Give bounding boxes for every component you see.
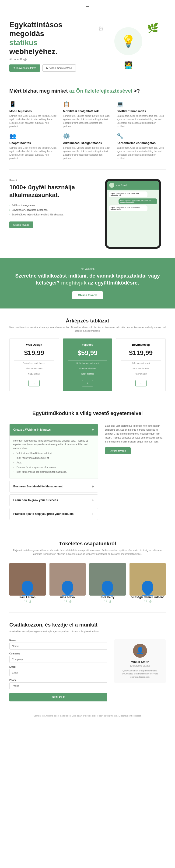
cta-button[interactable]: Olvass tovább (72, 291, 103, 299)
universities-section: Együttműködünk a világ vezető egyetemeiv… (0, 401, 175, 531)
person-silhouette-icon: 👤 (57, 582, 78, 596)
hero-title: Egykattintásos megoldás statikus webhely… (9, 20, 91, 56)
accordion-item: Create a Webinar in Minutes + Incordum v… (9, 424, 98, 479)
feature-card: 💻 Szoftver tanácsadás Sample text. Click… (117, 101, 166, 128)
primary-cta-button[interactable]: ⬆ Ingyenes feltöltés (9, 64, 40, 72)
pricing-select-button[interactable]: + (28, 380, 40, 386)
pricing-feature: Offers modul-nevei (121, 360, 161, 366)
phone-input[interactable] (9, 682, 107, 689)
instagram-icon[interactable]: ◎ (109, 600, 111, 603)
contact-person-card: 👤 Mikkel Smith Értékesítési vezető Quis … (114, 639, 166, 702)
instagram-icon[interactable]: ◎ (29, 600, 31, 603)
twitter-icon[interactable]: t (26, 600, 27, 603)
contact-person-name: Mikkel Smith (119, 660, 161, 663)
team-card: 👤 feleségül venni Hudsont f t ◎ (129, 563, 166, 603)
submit-button[interactable]: BYALOLE (9, 693, 107, 702)
feature-title: Szoftver tanácsadás (117, 110, 166, 113)
pricing-subtitle: Nam condimentum nequitur aliquam posuam … (9, 326, 166, 333)
company-field: Company (9, 652, 107, 663)
feature-icon: 📱 (9, 101, 58, 107)
cta-title: Szeretne vállalkozást indítani, de vanna… (9, 272, 166, 287)
twitter-icon[interactable]: t (146, 600, 147, 603)
team-card: 👤 Nick Perry f t ◎ (90, 563, 126, 603)
instagram-icon[interactable]: ◎ (149, 600, 151, 603)
about-read-more-button[interactable]: Olvass tovább (9, 221, 33, 228)
about-list: Értékes és rugalmasEgyszerűen, átlátható… (9, 203, 98, 217)
accordion-header[interactable]: Create a Webinar in Minutes + (9, 424, 98, 435)
contact-section: Csatlakozzon, és kezdje el a munkát Amet… (0, 613, 175, 711)
accordion-header[interactable]: Business Sustainability Management + (9, 481, 98, 492)
person-icon: 🧑‍💻 (124, 61, 133, 69)
pricing-feature: Szükséges modul-nevei (14, 360, 54, 366)
feature-title: Alkalmazási szolgáltatások (63, 141, 112, 145)
contact-card: 👤 Mikkel Smith Értékesítési vezető Quis … (114, 639, 166, 683)
team-card: 👤 Paul Larson f t ◎ (9, 563, 46, 603)
feature-card: 📋 Mobilitási szolgáltatások Sample text.… (63, 101, 112, 128)
about-label: Rólunk (9, 179, 98, 182)
pricing-select-button[interactable]: + (135, 380, 147, 386)
contact-form: Name Company Email Phone BYALOLE (9, 639, 107, 702)
feature-text: Sample text. Click to select the text bo… (9, 114, 58, 128)
feature-icon: ⚙️ (63, 133, 112, 140)
pricing-feature: Nagy átlátást (68, 371, 107, 376)
footer-text: Sample Text. Click to select the text bo… (9, 715, 166, 717)
feature-text: Sample text. Click to select the text bo… (117, 146, 166, 160)
phone-field: Phone (9, 679, 107, 689)
about-section: Rólunk 1000+ ügyfél használja alkalmazás… (0, 169, 175, 258)
team-photo: 👤 (49, 563, 86, 596)
accordion-header[interactable]: Practical tips to help you price your pr… (9, 508, 98, 520)
chat-bubble: Lorem ipsum dolor sit amet, Excepteur si… (119, 198, 157, 204)
email-input[interactable] (9, 669, 107, 676)
email-field: Email (9, 665, 107, 676)
team-socials: f t ◎ (9, 600, 46, 603)
feature-icon: 📋 (63, 101, 112, 107)
secondary-cta-button[interactable]: ▶ Videó megtekintése (43, 64, 76, 72)
chat-bubble: Lorem ipsum dolor sit amet consectetur a… (109, 191, 148, 197)
accordion-item: Practical tips to help you price your pr… (9, 508, 98, 520)
facebook-icon[interactable]: f (104, 600, 104, 603)
contact-subtitle: Amet tellus vius adipiscing enim eu turp… (9, 630, 166, 633)
pricing-card: Web Design $19,99 Szükséges modul-neveiS… (9, 338, 59, 391)
pricing-title: Árképzés táblázat (9, 318, 166, 324)
pricing-select-button[interactable]: + (82, 380, 93, 386)
pricing-feature: Sima természetes (14, 366, 54, 371)
uni-read-more-button[interactable]: Olvass tovább (105, 447, 131, 454)
hero-content: Egykattintásos megoldás statikus webhely… (9, 20, 91, 72)
plant-icon: 🌿 (147, 23, 159, 33)
phone-mockup: Your Friend Lorem ipsum dolor sit amet c… (105, 179, 161, 249)
contact-avatar: 👤 (133, 644, 147, 658)
hamburger-icon[interactable]: ☰ (85, 3, 90, 8)
accordion-header[interactable]: Learn how to grow your business + (9, 495, 98, 506)
team-title: Tökéletes csapatunkról (9, 541, 166, 547)
person-silhouette-icon: 👤 (138, 582, 158, 596)
feature-text: Sample text. Click to select the text bo… (63, 146, 112, 160)
instagram-icon[interactable]: ◎ (69, 600, 71, 603)
bulb-icon: 💡 (114, 27, 142, 55)
facebook-icon[interactable]: f (64, 600, 65, 603)
play-icon: ▶ (46, 66, 48, 69)
pricing-card: Bővíthetőség $119,99 Offers modul-neveiS… (116, 338, 166, 391)
accordion-title: Learn how to grow your business (13, 499, 58, 502)
feature-title: Mobilitási szolgáltatások (63, 110, 112, 113)
pricing-section: Árképzés táblázat Nam condimentum nequit… (0, 309, 175, 401)
contact-title: Csatlakozzon, és kezdje el a munkát (9, 622, 166, 628)
contact-desc: Quis viverra nibh cras pulvinar mattis. … (119, 669, 161, 679)
name-input[interactable] (9, 643, 107, 650)
accordion-plus-icon: + (92, 498, 94, 503)
upload-icon: ⬆ (13, 66, 15, 69)
phone-mockup-container: Your Friend Lorem ipsum dolor sit amet c… (105, 179, 166, 249)
twitter-icon[interactable]: t (66, 600, 67, 603)
pricing-price: $119,99 (121, 349, 161, 356)
team-member-name: nina scavo (49, 596, 86, 599)
feature-title: Csapat bővités (9, 141, 58, 145)
twitter-icon[interactable]: t (106, 600, 107, 603)
accordion-title: Practical tips to help you price your pr… (13, 512, 74, 516)
facebook-icon[interactable]: f (24, 600, 24, 603)
company-input[interactable] (9, 656, 107, 663)
accordion-item: Business Sustainability Management + (9, 480, 98, 493)
pricing-feature: Nagy átlátást (121, 371, 161, 376)
phone-label: Phone (9, 679, 107, 681)
pricing-feature: Nagy átlátást (14, 371, 54, 376)
facebook-icon[interactable]: f (144, 600, 145, 603)
chat-bubble: Lorem ipsum dolor sit amet, consectetur … (109, 206, 148, 211)
